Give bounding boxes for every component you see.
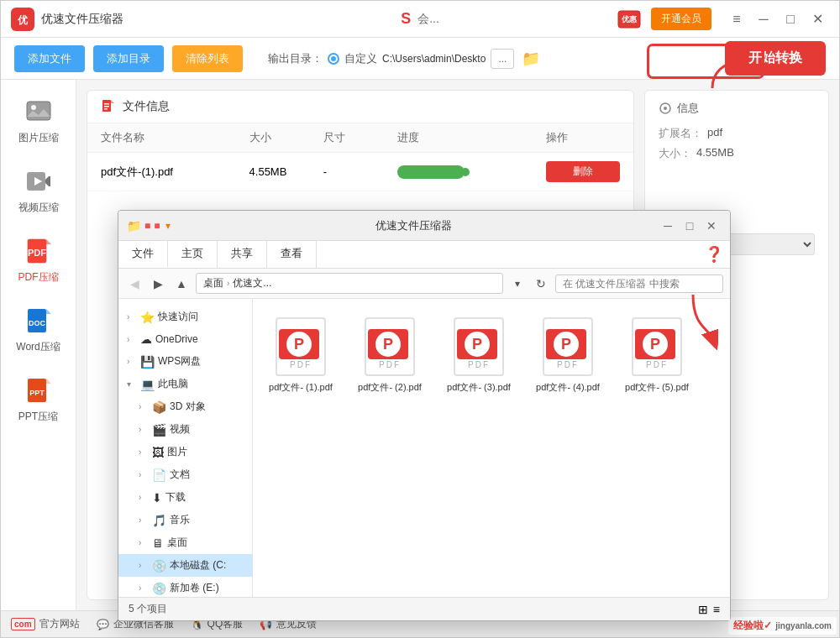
file-item-1[interactable]: P PDF pdf文件- (1).pdf bbox=[263, 309, 339, 398]
tree-item-3d[interactable]: › 📦 3D 对象 bbox=[118, 395, 252, 418]
file-info-icon bbox=[101, 99, 116, 114]
music-arrow: › bbox=[139, 515, 149, 525]
title-bar: 优 优速文件压缩器 S 会... 优惠 开通会员 ≡ ─ □ ✕ bbox=[1, 1, 839, 38]
ribbon-tab-share[interactable]: 共享 bbox=[218, 241, 267, 268]
dialog-body: › ⭐ 快速访问 › ☁ OneDrive › 💾 WPS网盘 ▾ 💻 此电脑 … bbox=[118, 299, 730, 597]
minimize-button[interactable]: ─ bbox=[752, 8, 775, 31]
file-name-3: pdf文件- (3).pdf bbox=[447, 381, 511, 393]
custom-label: 自定义 bbox=[344, 51, 377, 66]
back-button[interactable]: ◀ bbox=[125, 275, 144, 293]
ribbon-tab-home[interactable]: 主页 bbox=[168, 241, 218, 268]
voucher-icon: 优惠 bbox=[614, 8, 644, 31]
col-action: 操作 bbox=[546, 130, 620, 145]
desktop-label: 桌面 bbox=[167, 536, 187, 550]
wps-arrow: › bbox=[127, 357, 137, 366]
local-disk-icon: 💿 bbox=[152, 559, 166, 573]
tree-item-pictures[interactable]: › 🖼 图片 bbox=[118, 441, 252, 463]
tree-item-music[interactable]: › 🎵 音乐 bbox=[118, 509, 252, 531]
grid-view-btn[interactable]: ⊞ bbox=[698, 603, 708, 616]
svg-marker-11 bbox=[46, 239, 51, 244]
dialog-close-btn[interactable]: ✕ bbox=[701, 216, 722, 236]
file-item-5[interactable]: P PDF pdf文件- (5).pdf bbox=[619, 309, 695, 398]
start-button[interactable]: 开始转换 bbox=[725, 41, 826, 76]
app-logo: 优 bbox=[11, 8, 34, 31]
custom-radio[interactable] bbox=[328, 53, 339, 65]
svg-marker-18 bbox=[46, 379, 51, 384]
music-label: 音乐 bbox=[170, 513, 190, 527]
col-progress: 进度 bbox=[397, 130, 546, 145]
website-badge: com bbox=[11, 618, 35, 630]
delete-button[interactable]: 删除 bbox=[546, 161, 620, 182]
list-view-btn[interactable]: ≡ bbox=[713, 603, 720, 616]
info-size-row: 大小： 4.55MB bbox=[659, 146, 815, 161]
image-icon bbox=[24, 97, 54, 127]
sidebar-item-video[interactable]: 视频压缩 bbox=[5, 158, 72, 223]
up-button[interactable]: ▲ bbox=[172, 275, 191, 293]
pdf-logo-inner-3: P bbox=[465, 332, 490, 357]
address-dropdown-btn[interactable]: ▾ bbox=[508, 275, 527, 293]
dialog-minimize-btn[interactable]: ─ bbox=[658, 216, 678, 236]
svg-text:优惠: 优惠 bbox=[621, 15, 638, 24]
tree-item-downloads[interactable]: › ⬇ 下载 bbox=[118, 486, 252, 509]
tree-item-wps[interactable]: › 💾 WPS网盘 bbox=[118, 350, 252, 373]
ext-value: pdf bbox=[707, 126, 722, 141]
file-item-4[interactable]: P PDF pdf文件- (4).pdf bbox=[530, 309, 606, 398]
clear-list-button[interactable]: 清除列表 bbox=[172, 45, 243, 72]
menu-button[interactable]: ≡ bbox=[725, 8, 748, 31]
ribbon-tab-file[interactable]: 文件 bbox=[118, 241, 168, 268]
maximize-button[interactable]: □ bbox=[779, 8, 802, 31]
tree-item-local-disk[interactable]: › 💿 本地磁盘 (C: bbox=[118, 554, 252, 577]
add-dir-button[interactable]: 添加目录 bbox=[93, 45, 164, 72]
help-button[interactable]: ❓ bbox=[705, 245, 723, 264]
refresh-button[interactable]: ↻ bbox=[532, 275, 550, 293]
folder-button[interactable]: 📁 bbox=[519, 47, 543, 71]
dialog-address-bar: ◀ ▶ ▲ 桌面 › 优速文... ▾ ↻ bbox=[118, 269, 730, 299]
pdf-logo-p-1: P bbox=[294, 336, 304, 353]
ppt-label: PPT压缩 bbox=[18, 410, 58, 424]
pictures-arrow: › bbox=[139, 447, 149, 457]
svg-marker-21 bbox=[111, 100, 114, 103]
output-label: 输出目录： bbox=[268, 51, 323, 66]
pdf-logo-p-3: P bbox=[472, 336, 482, 353]
output-area: 输出目录： 自定义 C:\Users\admin\Deskto ... 📁 bbox=[268, 47, 543, 71]
pdf-logo-1: P bbox=[279, 329, 319, 359]
video2-label: 视频 bbox=[170, 422, 190, 437]
pdf-icon-2: P PDF bbox=[363, 314, 417, 376]
dialog-status-bar: 5 个项目 ⊞ ≡ bbox=[118, 597, 730, 620]
forward-button[interactable]: ▶ bbox=[149, 275, 167, 293]
file-item-3[interactable]: P PDF pdf文件- (3).pdf bbox=[441, 309, 517, 398]
member-button[interactable]: 开通会员 bbox=[651, 8, 711, 30]
pdf-logo-5: P bbox=[635, 329, 675, 359]
website-label: 官方网站 bbox=[39, 617, 80, 631]
pdf-label-3: PDF bbox=[457, 360, 501, 369]
file-name-1: pdf文件- (1).pdf bbox=[269, 381, 333, 393]
file-grid: P PDF pdf文件- (1).pdf P PDF bbox=[253, 299, 730, 597]
ribbon-tab-view[interactable]: 查看 bbox=[267, 241, 317, 268]
pdf-icon-3: P PDF bbox=[452, 314, 506, 376]
tree-item-thispc[interactable]: ▾ 💻 此电脑 bbox=[118, 373, 252, 395]
tree-item-docs[interactable]: › 📄 文档 bbox=[118, 463, 252, 486]
tree-item-desktop[interactable]: › 🖥 桌面 bbox=[118, 531, 252, 554]
tree-item-video2[interactable]: › 🎬 视频 bbox=[118, 418, 252, 441]
sidebar-item-pdf[interactable]: PDF PDF压缩 bbox=[5, 227, 72, 293]
address-breadcrumb: 桌面 › 优速文... bbox=[196, 273, 503, 294]
search-input[interactable] bbox=[555, 275, 723, 293]
dialog-maximize-btn[interactable]: □ bbox=[680, 216, 700, 236]
thispc-label: 此电脑 bbox=[158, 377, 188, 391]
add-file-button[interactable]: 添加文件 bbox=[14, 45, 85, 72]
file-name-5: pdf文件- (5).pdf bbox=[625, 381, 689, 393]
tree-item-new-volume[interactable]: › 💿 新加卷 (E:) bbox=[118, 577, 252, 597]
tree-item-onedrive[interactable]: › ☁ OneDrive bbox=[118, 328, 252, 350]
sidebar-item-word[interactable]: DOC Word压缩 bbox=[5, 297, 72, 363]
tree-item-quick-access[interactable]: › ⭐ 快速访问 bbox=[118, 306, 252, 328]
website-item[interactable]: com 官方网站 bbox=[11, 617, 80, 631]
sidebar-item-image[interactable]: 图片压缩 bbox=[5, 88, 72, 154]
sidebar-item-ppt[interactable]: PPT PPT压缩 bbox=[5, 367, 72, 432]
word-icon: DOC bbox=[24, 306, 54, 336]
progress-bar bbox=[397, 165, 465, 179]
file-name-cell: pdf文件-(1).pdf bbox=[101, 165, 249, 180]
file-item-2[interactable]: P PDF pdf文件- (2).pdf bbox=[352, 309, 428, 398]
file-info-title: 文件信息 bbox=[123, 99, 170, 114]
close-button[interactable]: ✕ bbox=[806, 8, 829, 31]
more-button[interactable]: ... bbox=[491, 49, 514, 69]
